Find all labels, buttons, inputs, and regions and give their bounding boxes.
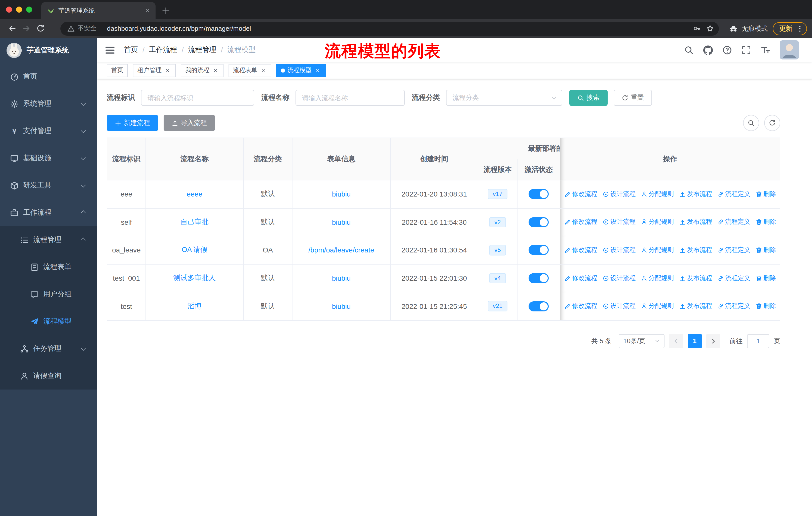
search-button[interactable]: 搜索 [569, 90, 608, 106]
bookmark-star-button[interactable] [703, 22, 716, 35]
reset-button[interactable]: 重置 [614, 90, 652, 106]
tab-close-button[interactable] [143, 6, 151, 15]
tag[interactable]: 我的流程 [181, 64, 224, 77]
modify-process-button[interactable]: 修改流程 [564, 274, 597, 282]
assign-rule-button[interactable]: 分配规则 [641, 302, 674, 310]
publish-process-button[interactable]: 发布流程 [679, 302, 712, 310]
process-name-link[interactable]: eeee [187, 190, 202, 198]
modify-process-button[interactable]: 修改流程 [564, 302, 597, 310]
delete-button[interactable]: 删除 [755, 302, 776, 310]
window-close-button[interactable] [6, 6, 12, 12]
sidebar-item[interactable]: 基础设施 [0, 145, 97, 172]
delete-button[interactable]: 删除 [755, 274, 776, 282]
goto-page-input[interactable] [747, 334, 769, 348]
design-process-button[interactable]: 设计流程 [602, 190, 636, 198]
process-name-link[interactable]: 自己审批 [180, 218, 209, 227]
browser-tab[interactable]: 芋道管理系统 [41, 2, 155, 19]
design-process-button[interactable]: 设计流程 [602, 246, 636, 254]
sidebar-item[interactable]: 用户分组 [0, 281, 97, 308]
tag-close-button[interactable] [314, 67, 321, 74]
active-status-toggle[interactable] [529, 301, 549, 311]
refresh-table-button[interactable] [764, 115, 780, 131]
tag-close-button[interactable] [212, 67, 219, 74]
tag-close-button[interactable] [164, 67, 171, 74]
form-info-link[interactable]: biubiu [332, 302, 351, 310]
process-definition-button[interactable]: 流程定义 [717, 302, 750, 310]
delete-button[interactable]: 删除 [755, 246, 776, 254]
tag-close-button[interactable] [260, 67, 267, 74]
publish-process-button[interactable]: 发布流程 [679, 218, 712, 226]
breadcrumb-workflow[interactable]: 工作流程 [149, 45, 177, 54]
process-name-link[interactable]: 测试多审批人 [173, 274, 216, 283]
font-size-button[interactable] [761, 45, 770, 55]
active-status-toggle[interactable] [529, 217, 549, 227]
process-name-input[interactable] [295, 90, 405, 106]
category-select[interactable]: 流程分类 [446, 90, 562, 106]
process-name-link[interactable]: 滔博 [187, 302, 202, 311]
browser-menu-button[interactable] [796, 24, 804, 32]
design-process-button[interactable]: 设计流程 [602, 274, 636, 282]
process-definition-button[interactable]: 流程定义 [717, 246, 750, 254]
active-status-toggle[interactable] [529, 245, 549, 255]
sidebar-item[interactable]: 流程管理 [0, 226, 97, 253]
help-button[interactable] [722, 45, 732, 55]
window-minimize-button[interactable] [16, 6, 22, 12]
import-process-button[interactable]: 导入流程 [164, 115, 215, 131]
sidebar-item[interactable]: ¥ 支付管理 [0, 117, 97, 145]
modify-process-button[interactable]: 修改流程 [564, 190, 597, 198]
assign-rule-button[interactable]: 分配规则 [641, 246, 674, 254]
sidebar-item[interactable]: 流程表单 [0, 253, 97, 281]
new-tab-button[interactable] [162, 6, 170, 15]
modify-process-button[interactable]: 修改流程 [564, 246, 597, 254]
sidebar-item[interactable]: 流程模型 [0, 308, 97, 335]
process-definition-button[interactable]: 流程定义 [717, 218, 750, 226]
assign-rule-button[interactable]: 分配规则 [641, 218, 674, 226]
process-definition-button[interactable]: 流程定义 [717, 190, 750, 198]
delete-button[interactable]: 删除 [755, 190, 776, 198]
design-process-button[interactable]: 设计流程 [602, 218, 636, 226]
page-size-select[interactable]: 10条/页 [619, 334, 665, 348]
form-info-link[interactable]: biubiu [332, 218, 351, 226]
sidebar-item[interactable]: 工作流程 [0, 199, 97, 226]
browser-update-button[interactable]: 更新 [773, 22, 807, 35]
forward-button[interactable] [19, 21, 33, 35]
sidebar-toggle-button[interactable] [105, 45, 115, 55]
page-number-1[interactable]: 1 [688, 334, 702, 348]
active-status-toggle[interactable] [529, 189, 549, 199]
breadcrumb-home[interactable]: 首页 [124, 45, 138, 54]
fullscreen-button[interactable] [742, 45, 751, 55]
sidebar-item[interactable]: 请假查询 [0, 362, 97, 389]
tag[interactable]: 流程模型 [277, 64, 326, 77]
reload-button[interactable] [33, 21, 47, 35]
active-status-toggle[interactable] [529, 273, 549, 283]
password-key-button[interactable] [690, 22, 703, 35]
next-page-button[interactable] [706, 334, 720, 348]
sidebar-item[interactable]: 首页 [0, 63, 97, 90]
modify-process-button[interactable]: 修改流程 [564, 218, 597, 226]
tag[interactable]: 流程表单 [229, 64, 271, 77]
address-bar[interactable]: 不安全 dashboard.yudao.iocoder.cn/bpm/manag… [60, 21, 719, 35]
design-process-button[interactable]: 设计流程 [602, 302, 636, 310]
delete-button[interactable]: 删除 [755, 218, 776, 226]
create-process-button[interactable]: 新建流程 [107, 115, 158, 131]
tag[interactable]: 首页 [107, 64, 128, 77]
github-button[interactable] [703, 45, 713, 55]
process-name-link[interactable]: OA 请假 [182, 246, 208, 255]
form-info-link[interactable]: /bpm/oa/leave/create [308, 246, 374, 254]
assign-rule-button[interactable]: 分配规则 [641, 274, 674, 282]
publish-process-button[interactable]: 发布流程 [679, 190, 712, 198]
assign-rule-button[interactable]: 分配规则 [641, 190, 674, 198]
user-avatar[interactable] [780, 40, 799, 59]
sidebar-item[interactable]: 任务管理 [0, 335, 97, 362]
form-info-link[interactable]: biubiu [332, 190, 351, 198]
breadcrumb-process-manage[interactable]: 流程管理 [188, 45, 216, 54]
form-info-link[interactable]: biubiu [332, 274, 351, 282]
tag[interactable]: 租户管理 [133, 64, 176, 77]
publish-process-button[interactable]: 发布流程 [679, 246, 712, 254]
toggle-search-button[interactable] [743, 115, 759, 131]
sidebar-item[interactable]: 系统管理 [0, 90, 97, 117]
sidebar-logo[interactable]: 芋道管理系统 [0, 38, 97, 63]
process-definition-button[interactable]: 流程定义 [717, 274, 750, 282]
header-search-button[interactable] [684, 45, 694, 55]
prev-page-button[interactable] [669, 334, 683, 348]
